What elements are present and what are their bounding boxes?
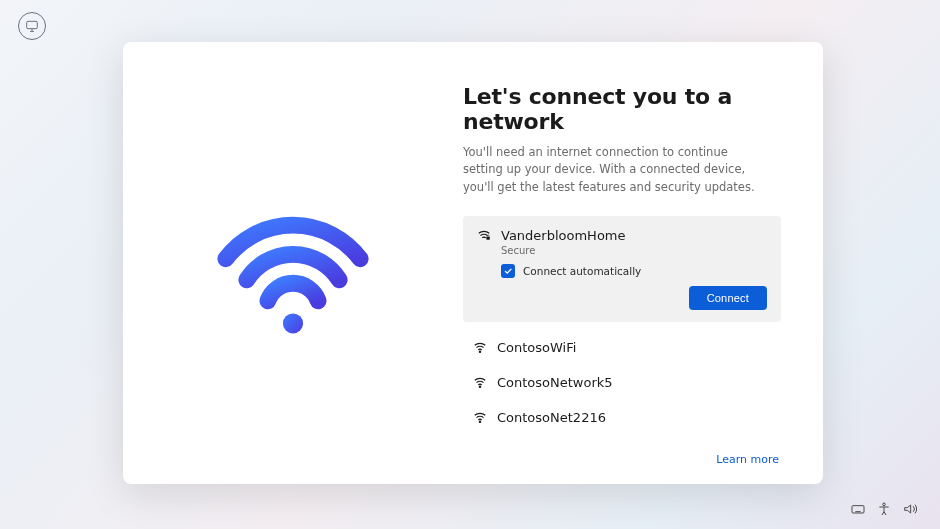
network-security-label: Secure	[501, 245, 767, 256]
network-item[interactable]: ContosoNetwork5	[463, 367, 781, 398]
ease-of-access-icon[interactable]	[876, 501, 892, 517]
content-panel: Let's connect you to a network You'll ne…	[463, 42, 823, 484]
network-item[interactable]: ContosoWiFi	[463, 332, 781, 363]
wifi-icon	[473, 410, 487, 424]
network-item[interactable]: ContosoNet2216	[463, 402, 781, 433]
accessibility-icon[interactable]	[18, 12, 46, 40]
learn-more-link[interactable]: Learn more	[463, 453, 781, 466]
network-name: ContosoNetwork5	[497, 375, 613, 390]
svg-rect-0	[27, 21, 38, 28]
oobe-network-card: Let's connect you to a network You'll ne…	[123, 42, 823, 484]
volume-icon[interactable]	[902, 501, 918, 517]
wifi-lock-icon	[477, 228, 491, 242]
connect-button[interactable]: Connect	[689, 286, 767, 310]
page-subtitle: You'll need an internet connection to co…	[463, 144, 763, 196]
auto-connect-row[interactable]: Connect automatically	[501, 264, 767, 278]
auto-connect-label: Connect automatically	[523, 265, 641, 277]
network-item-selected[interactable]: VanderbloomHome Secure Connect automatic…	[463, 216, 781, 322]
page-title: Let's connect you to a network	[463, 84, 781, 134]
auto-connect-checkbox[interactable]	[501, 264, 515, 278]
network-list: VanderbloomHome Secure Connect automatic…	[463, 216, 781, 433]
wifi-icon	[473, 375, 487, 389]
network-name: VanderbloomHome	[501, 228, 626, 243]
illustration-panel	[123, 42, 463, 484]
wifi-illustration-icon	[209, 179, 377, 347]
network-name: ContosoNet2216	[497, 410, 606, 425]
svg-point-5	[479, 421, 480, 422]
wifi-icon	[473, 340, 487, 354]
svg-point-7	[883, 503, 886, 506]
svg-point-1	[283, 313, 303, 333]
keyboard-icon[interactable]	[850, 501, 866, 517]
svg-point-4	[479, 386, 480, 387]
svg-point-3	[479, 351, 480, 352]
network-name: ContosoWiFi	[497, 340, 576, 355]
svg-rect-2	[486, 237, 490, 240]
system-tray	[850, 501, 918, 517]
